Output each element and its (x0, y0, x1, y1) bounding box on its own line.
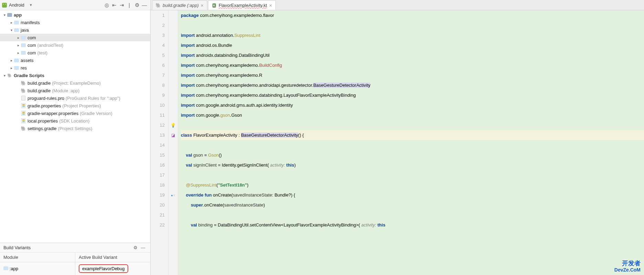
tree-row[interactable]: ▸ com (test) (0, 49, 150, 56)
tree-node-note: (androidTest) (37, 43, 64, 48)
minimize-icon[interactable]: — (141, 1, 148, 9)
tree-row[interactable]: ▸ com (androidTest) (0, 41, 150, 49)
chevron-icon[interactable]: ▸ (16, 51, 21, 55)
code-line[interactable]: import com.google.android.gms.auth.api.i… (181, 100, 644, 110)
code-line[interactable]: val signInClient = Identity.getSignInCli… (181, 160, 644, 170)
chevron-down-icon[interactable]: ▾ (2, 13, 7, 17)
code-line[interactable]: import android.os.Bundle (181, 40, 644, 50)
class-gutter-icon[interactable]: ◪ (170, 132, 176, 138)
chevron-down-icon[interactable]: ▼ (29, 3, 33, 7)
tree-row[interactable]: ▸ com (0, 34, 150, 41)
code-line[interactable]: import androidx.databinding.DataBindingU… (181, 50, 644, 60)
code-line[interactable]: @SuppressLint("SetTextI18n") (181, 180, 644, 190)
gradle-icon: 🐘 (156, 3, 161, 8)
tree-node-label: com (28, 43, 36, 48)
tree-node-label: proguard-rules.pro (28, 96, 64, 101)
code-line[interactable]: import com.chenyihong.exampledemo.databi… (181, 90, 644, 100)
code-line[interactable]: val gson = Gson() (181, 150, 644, 160)
folder-icon (14, 65, 19, 71)
code-line[interactable]: package com.chenyihong.exampledemo.flavo… (181, 10, 644, 20)
code-line[interactable]: class FlavorExampleActivity : BaseGestur… (181, 130, 644, 140)
tree-row[interactable]: ▸ manifests (0, 19, 150, 26)
project-tree[interactable]: ▾ app ▸ manifests ▾ java ▸ com ▸ com (an… (0, 10, 150, 243)
line-number: 1 (151, 10, 165, 20)
close-icon[interactable]: × (269, 3, 272, 8)
editor-tab[interactable]: 🐘 build.gradle (:app) × (152, 0, 207, 10)
tree-row[interactable]: · local.properties (SDK Location) (0, 117, 150, 125)
code-line[interactable]: val binding = DataBindingUtil.setContent… (181, 220, 644, 230)
code-line[interactable]: import com.chenyihong.exampledemo.R (181, 70, 644, 80)
tree-row[interactable]: ▾ java (0, 26, 150, 34)
line-number: 15 (151, 150, 165, 160)
code-line[interactable] (181, 170, 644, 180)
tree-node-label: app (14, 12, 22, 18)
line-number: 4 (151, 40, 165, 50)
line-number: 16 (151, 160, 165, 170)
code-line[interactable] (181, 140, 644, 150)
module-name: :app (10, 266, 18, 271)
tab-label: FlavorExampleActivity.kt (219, 3, 267, 8)
variant-cell[interactable]: exampleFlavorDebug (75, 262, 150, 275)
code-line[interactable] (181, 120, 644, 130)
chevron-icon[interactable]: ▸ (9, 21, 14, 24)
line-number: 10 (151, 100, 165, 110)
folder-icon (21, 50, 26, 55)
chevron-icon[interactable]: ▸ (16, 43, 21, 47)
tree-node-note: (ProGuard Rules for ":app") (66, 96, 120, 101)
tree-row[interactable]: · 🐘 build.gradle (Module :app) (0, 87, 150, 94)
code-line[interactable] (181, 20, 644, 30)
line-number: 21 (151, 210, 165, 220)
expand-icon[interactable]: ⇥ (118, 1, 125, 9)
tree-node-label: res (21, 65, 27, 71)
tree-node-label: gradle.properties (28, 103, 61, 108)
tree-node-note: (test) (37, 50, 48, 55)
tree-row[interactable]: · gradle.properties (Project Properties) (0, 102, 150, 109)
line-number: 8 (151, 80, 165, 90)
build-variants-header: Build Variants ⚙ — (0, 243, 150, 253)
tree-root[interactable]: ▾ app (0, 11, 150, 19)
gear-icon[interactable]: ⚙ (133, 1, 141, 9)
tree-row[interactable]: · proguard-rules.pro (ProGuard Rules for… (0, 94, 150, 102)
line-number: 6 (151, 60, 165, 70)
column-module: Module (0, 253, 75, 262)
android-icon (2, 3, 7, 8)
bulb-icon[interactable]: 💡 (170, 122, 176, 128)
chevron-icon[interactable]: ▸ (16, 36, 21, 40)
code-line[interactable]: override fun onCreate(savedInstanceState… (181, 190, 644, 200)
chevron-icon[interactable]: ▸ (9, 59, 14, 62)
code-editor[interactable]: 12345678910111213141516171819202122 💡 ◪ … (151, 10, 644, 275)
folder-icon (21, 42, 26, 48)
tree-gradle-root[interactable]: ▾ 🐘 Gradle Scripts (0, 72, 150, 79)
line-number: 13 (151, 130, 165, 140)
tree-row[interactable]: · 🐘 build.gradle (Project: ExampleDemo) (0, 79, 150, 87)
tree-node-label: manifests (21, 20, 40, 25)
tree-node-note: (Gradle Version) (80, 111, 112, 116)
code-line[interactable]: import com.chenyihong.exampledemo.BuildC… (181, 60, 644, 70)
tree-row[interactable]: ▸ assets (0, 56, 150, 64)
code-line[interactable]: import com.chenyihong.exampledemo.androi… (181, 80, 644, 90)
tree-row[interactable]: · 🐘 settings.gradle (Project Settings) (0, 125, 150, 132)
code-content[interactable]: package com.chenyihong.exampledemo.flavo… (178, 10, 644, 275)
collapse-icon[interactable]: ⇤ (110, 1, 118, 9)
gear-icon[interactable]: ⚙ (132, 244, 139, 252)
chevron-down-icon[interactable]: ▾ (2, 74, 7, 77)
minimize-icon[interactable]: — (139, 244, 147, 252)
build-variants-row[interactable]: :app exampleFlavorDebug (0, 262, 150, 275)
editor-tab[interactable]: K FlavorExampleActivity.kt × (208, 0, 276, 10)
module-cell[interactable]: :app (0, 262, 75, 275)
active-variant[interactable]: exampleFlavorDebug (79, 264, 128, 273)
chevron-icon[interactable]: ▾ (9, 28, 14, 32)
code-line[interactable]: import android.annotation.SuppressLint (181, 30, 644, 40)
code-line[interactable] (181, 210, 644, 220)
project-view-label[interactable]: Android (9, 2, 24, 8)
code-line[interactable]: import com.google.gson.Gson (181, 110, 644, 120)
code-line[interactable]: super.onCreate(savedInstanceState) (181, 200, 644, 210)
line-number-gutter: 12345678910111213141516171819202122 (151, 10, 168, 275)
tree-row[interactable]: · gradle-wrapper.properties (Gradle Vers… (0, 109, 150, 117)
gradle-icon: 🐘 (7, 73, 12, 78)
override-gutter-icon[interactable]: ●↑ (170, 192, 176, 198)
tree-row[interactable]: ▸ res (0, 64, 150, 72)
target-icon[interactable]: ◎ (103, 1, 110, 9)
chevron-icon[interactable]: ▸ (9, 66, 14, 70)
close-icon[interactable]: × (201, 3, 204, 8)
